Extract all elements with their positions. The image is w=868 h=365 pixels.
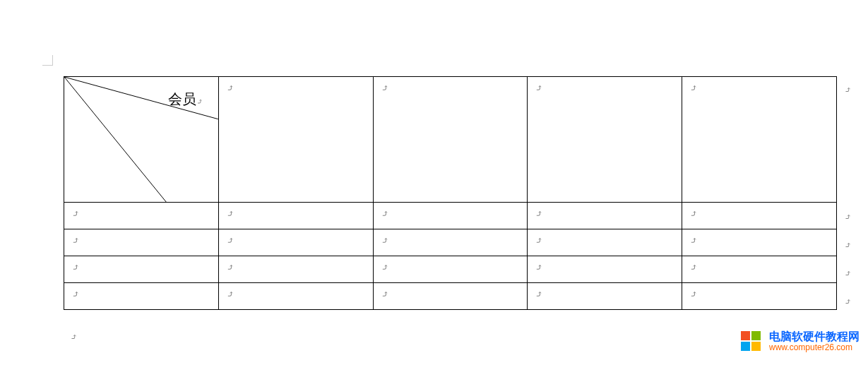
watermark-logo-icon (741, 331, 762, 352)
watermark-title: 电脑软硬件教程网 (769, 330, 860, 343)
paragraph-mark-icon: ⤶ (225, 237, 236, 244)
table-cell[interactable]: ⤶ (64, 203, 219, 229)
paragraph-mark-icon: ⤶ (196, 98, 205, 104)
table-cell[interactable]: ⤶ (528, 203, 682, 229)
table-cell[interactable]: ⤶ (373, 203, 528, 229)
paragraph-mark-icon: ⤶ (689, 290, 699, 298)
paragraph-mark-icon: ⤶ (225, 210, 236, 217)
paragraph-mark-icon: ⤶ (380, 237, 391, 244)
svg-line-1 (64, 77, 166, 202)
document-table: 会员⤶ ⤶ ⤶ ⤶ ⤶ ⤶ ⤶ ⤶ ⤶ ⤶ ⤶ ⤶ ⤶ ⤶ ⤶ ⤶ ⤶ ⤶ ⤶ (64, 76, 837, 310)
paragraph-mark-icon: ⤶ (689, 84, 699, 92)
paragraph-mark-icon: ⤶ (534, 210, 545, 217)
paragraph-mark-icon: ⤶ (225, 290, 236, 298)
table-cell[interactable]: ⤶ (528, 256, 682, 283)
table[interactable]: 会员⤶ ⤶ ⤶ ⤶ ⤶ ⤶ ⤶ ⤶ ⤶ ⤶ ⤶ ⤶ ⤶ ⤶ ⤶ ⤶ ⤶ ⤶ ⤶ (64, 76, 837, 310)
table-cell[interactable]: ⤶ (528, 229, 682, 256)
table-cell[interactable]: ⤶ (373, 283, 528, 310)
table-cell[interactable]: ⤶ (373, 229, 528, 256)
table-cell[interactable]: ⤶ (373, 256, 528, 283)
table-cell[interactable]: ⤶ (682, 77, 837, 203)
table-cell[interactable]: ⤶ (218, 283, 373, 310)
paragraph-mark-icon: ⤶ (71, 263, 81, 271)
table-cell[interactable]: ⤶ (682, 229, 837, 256)
table-cell[interactable]: ⤶ (218, 256, 373, 283)
table-cell[interactable]: ⤶ (64, 256, 219, 283)
table-cell[interactable]: ⤶ (682, 283, 837, 310)
paragraph-mark-icon: ⤶ (69, 333, 79, 340)
table-cell[interactable]: ⤶ (682, 256, 837, 283)
paragraph-mark-icon: ⤶ (71, 290, 81, 298)
paragraph-mark-icon: ⤶ (689, 237, 699, 244)
table-row: 会员⤶ ⤶ ⤶ ⤶ ⤶ (64, 77, 837, 203)
watermark-url: www.computer26.com (769, 343, 860, 352)
paragraph-mark-icon: ⤶ (380, 210, 391, 217)
paragraph-mark-icon: ⤶ (534, 84, 545, 92)
table-row: ⤶ ⤶ ⤶ ⤶ ⤶ (64, 283, 837, 310)
table-cell[interactable]: ⤶ (218, 203, 373, 229)
paragraph-mark-icon: ⤶ (534, 237, 545, 244)
margin-corner-top-left (42, 55, 53, 66)
row-end-mark-icon: ⤶ (843, 241, 853, 249)
diagonal-header-cell[interactable]: 会员⤶ (64, 77, 219, 203)
paragraph-mark-icon: ⤶ (380, 290, 391, 298)
table-cell[interactable]: ⤶ (64, 229, 219, 256)
table-cell[interactable]: ⤶ (373, 77, 528, 203)
table-cell[interactable]: ⤶ (528, 283, 682, 310)
table-cell[interactable]: ⤶ (218, 229, 373, 256)
table-cell[interactable]: ⤶ (218, 77, 373, 203)
table-row: ⤶ ⤶ ⤶ ⤶ ⤶ (64, 229, 837, 256)
table-cell[interactable]: ⤶ (528, 77, 682, 203)
paragraph-mark-icon: ⤶ (689, 263, 699, 271)
paragraph-mark-icon: ⤶ (380, 263, 391, 271)
watermark: 电脑软硬件教程网 www.computer26.com (741, 330, 860, 352)
paragraph-mark-icon: ⤶ (534, 290, 545, 298)
paragraph-mark-icon: ⤶ (534, 263, 545, 271)
table-row: ⤶ ⤶ ⤶ ⤶ ⤶ (64, 203, 837, 229)
paragraph-mark-icon: ⤶ (689, 210, 699, 217)
row-end-mark-icon: ⤶ (843, 213, 853, 220)
paragraph-mark-icon: ⤶ (225, 84, 236, 92)
row-end-mark-icon: ⤶ (843, 298, 853, 305)
row-end-mark-icon: ⤶ (843, 86, 853, 93)
paragraph-mark-icon: ⤶ (71, 210, 81, 217)
table-cell[interactable]: ⤶ (64, 283, 219, 310)
diagonal-header-label-top: 会员⤶ (168, 90, 204, 109)
paragraph-mark-icon: ⤶ (225, 263, 236, 271)
diagonal-header-text: 会员 (168, 91, 196, 107)
table-row: ⤶ ⤶ ⤶ ⤶ ⤶ (64, 256, 837, 283)
table-cell[interactable]: ⤶ (682, 203, 837, 229)
paragraph-mark-icon: ⤶ (71, 237, 81, 244)
row-end-mark-icon: ⤶ (843, 270, 853, 277)
paragraph-mark-icon: ⤶ (380, 84, 391, 92)
watermark-text: 电脑软硬件教程网 www.computer26.com (769, 330, 860, 352)
